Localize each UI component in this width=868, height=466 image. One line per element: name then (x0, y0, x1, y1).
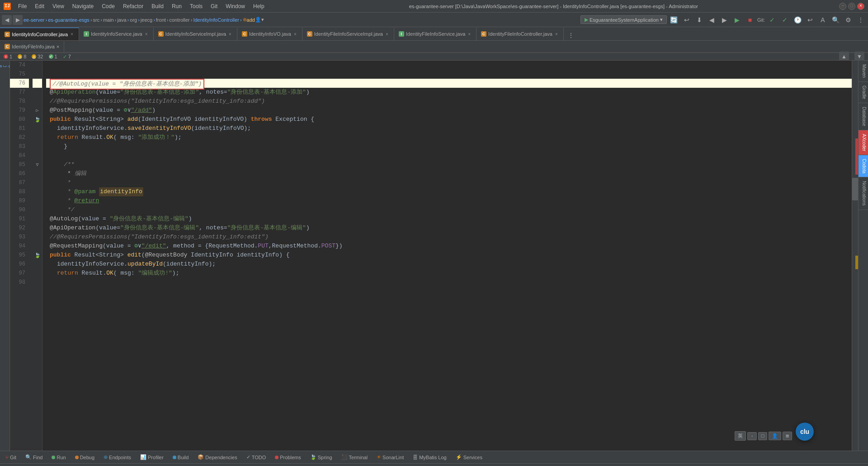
forward-button[interactable]: ▶ (13, 15, 23, 25)
tab2-close-0[interactable]: × (57, 44, 59, 49)
rollback-button[interactable]: ↩ (681, 15, 692, 25)
axcoder-panel-tab[interactable]: AXcoder (859, 130, 868, 155)
stop-button[interactable]: ■ (745, 15, 755, 25)
tab-identityfileinfocontroller[interactable]: C IdentityFileInfoController.java × (476, 28, 564, 40)
breadcrumb-org[interactable]: org (130, 17, 137, 23)
translate-button[interactable]: A (817, 15, 828, 25)
maven-panel-tab[interactable]: Maven (859, 61, 868, 82)
menu-git[interactable]: Git (207, 2, 221, 10)
menu-edit[interactable]: Edit (31, 2, 48, 10)
database-panel-tab[interactable]: Database (859, 103, 868, 130)
codota-panel-tab[interactable]: Codota (859, 155, 868, 177)
git-check2-button[interactable]: ✓ (779, 15, 790, 25)
error-up-button[interactable]: ▲ (839, 52, 849, 62)
bottom-tab-todo[interactable]: ✓ TODO (243, 453, 270, 461)
bottom-tab-find[interactable]: 🔍 Find (22, 453, 46, 461)
tab-identityfileinfoservice[interactable]: I IdentityFileInfoService.java × (394, 28, 476, 40)
nav-left-button[interactable]: ◀ (707, 15, 717, 25)
tab-icon-0: C (5, 32, 10, 37)
menu-build[interactable]: Build (148, 2, 167, 10)
git-back-button[interactable]: ↩ (805, 15, 816, 25)
tab-close-2[interactable]: × (228, 31, 232, 37)
tab-close-4[interactable]: × (385, 31, 389, 37)
tab-close-5[interactable]: × (467, 31, 472, 37)
breadcrumb-main[interactable]: main (103, 17, 114, 23)
error-down-button[interactable]: ▼ (854, 52, 864, 62)
tab-identityinfocontroller[interactable]: C IdentityInfoController.java × (0, 28, 79, 40)
scrollbar[interactable] (852, 61, 858, 451)
update-button[interactable]: ⬇ (694, 15, 705, 25)
breadcrumb-esgs[interactable]: es-guarantee-esgs (48, 17, 90, 23)
more-button[interactable]: ⋮ (855, 15, 866, 25)
git-clock-button[interactable]: 🕐 (792, 15, 803, 25)
ime-punct-button[interactable]: · (747, 432, 757, 440)
maximize-button[interactable]: □ (848, 3, 855, 10)
search-button[interactable]: 🔍 (830, 15, 841, 25)
menu-tools[interactable]: Tools (186, 2, 206, 10)
tab-identityinfovo[interactable]: C IdentityInfoVO.java × (237, 28, 302, 40)
tab-close-6[interactable]: × (554, 31, 559, 37)
menu-code[interactable]: Code (98, 2, 118, 10)
clue-button[interactable]: clu (796, 423, 814, 441)
menu-file[interactable]: File (14, 2, 30, 10)
back-button[interactable]: ◀ (2, 15, 12, 25)
bottom-tab-sonarlint[interactable]: ☀ SonarLint (373, 453, 407, 461)
ime-grid-button[interactable]: ⊞ (783, 432, 792, 440)
tab-close-3[interactable]: × (293, 31, 297, 37)
bottom-tab-mybatis[interactable]: 🗄 MyBatis Log (409, 454, 450, 461)
breadcrumb-front[interactable]: front (156, 17, 166, 23)
tab-identityinfoserviceimpl[interactable]: C IdentityInfoServiceImpl.java × (154, 28, 237, 40)
code-content[interactable]: //@AutoLog(value = "身份信息表-基本信息-添加") @Api… (42, 61, 852, 451)
bottom-tab-run[interactable]: Run (48, 454, 69, 461)
breadcrumb-method[interactable]: ⊕ (243, 17, 247, 23)
menu-navigate[interactable]: Navigate (69, 2, 97, 10)
settings-button[interactable]: ⚙ (843, 15, 854, 25)
tab-overflow-button[interactable]: ⋮ (566, 30, 576, 40)
breadcrumb-server[interactable]: ee-server (24, 17, 44, 23)
ime-lang-button[interactable]: 英 (735, 431, 746, 441)
minimize-button[interactable]: − (839, 3, 846, 10)
ime-user-button[interactable]: 👤 (769, 432, 781, 440)
bottom-tab-endpoints[interactable]: ⊕ Endpoints (100, 453, 135, 461)
breadcrumb-class[interactable]: IdentityInfoController (193, 17, 239, 23)
scroll-thumb[interactable] (852, 178, 858, 200)
bottom-tab-terminal[interactable]: ⬛ Terminal (338, 453, 372, 461)
bottom-tab-git[interactable]: ⑂ Git (2, 454, 20, 461)
bottom-tab-services[interactable]: ⚡ Services (452, 453, 486, 461)
menu-run[interactable]: Run (168, 2, 185, 10)
bottom-tab-debug[interactable]: Debug (71, 454, 98, 461)
sync-button[interactable]: 🔄 (669, 15, 679, 25)
menu-help[interactable]: Help (250, 2, 268, 10)
breadcrumb-java[interactable]: java (117, 17, 126, 23)
breadcrumb: ee-server › es-guarantee-esgs › src › ma… (24, 17, 264, 23)
code-line-79: @PostMapping(value = ⚙∨"/add") (46, 106, 852, 115)
tab-close-1[interactable]: × (144, 31, 149, 37)
bottom-tab-dependencies[interactable]: 📦 Dependencies (194, 453, 241, 461)
close-button[interactable]: × (857, 3, 864, 10)
run-config-button[interactable]: ▶ EsguaranteeSystemApplication ▾ (580, 15, 667, 24)
bottom-tab-spring[interactable]: 🍃 Spring (307, 453, 336, 461)
nav-right-button[interactable]: ▶ (719, 15, 730, 25)
run-button[interactable]: ▶ (732, 15, 743, 25)
notifications-panel-tab[interactable]: Notifications (859, 177, 868, 209)
tab-close-0[interactable]: × (70, 31, 74, 37)
check-icon: ✓ (63, 54, 67, 60)
menu-refactor[interactable]: Refactor (119, 2, 147, 10)
problems-label: Problems (280, 455, 301, 460)
bottom-tab-problems[interactable]: Problems (271, 454, 304, 461)
ime-fullwidth-button[interactable]: □ (758, 432, 768, 440)
bottom-tab-build[interactable]: Build (169, 454, 192, 461)
bottom-tab-profiler[interactable]: 📊 Profiler (137, 453, 167, 461)
menu-window[interactable]: Window (222, 2, 249, 10)
tab-identityfileinfoserviceimpl[interactable]: C IdentityFileInfoServiceImpl.java × (302, 28, 394, 40)
breadcrumb-controller[interactable]: controller (170, 17, 190, 23)
project-icon[interactable]: Project (1, 62, 9, 71)
breadcrumb-jeecg[interactable]: jeecg (141, 17, 152, 23)
gradle-panel-tab[interactable]: Gradle (859, 82, 868, 103)
breadcrumb-add[interactable]: add (247, 17, 255, 23)
tab2-identityfileinfo[interactable]: C IdentityFileInfo.java × (0, 41, 64, 52)
menu-view[interactable]: View (49, 2, 68, 10)
tab-identityinfoservice[interactable]: I IdentityInfoService.java × (79, 28, 154, 40)
git-check-button[interactable]: ✓ (767, 15, 778, 25)
breadcrumb-src[interactable]: src (93, 17, 100, 23)
